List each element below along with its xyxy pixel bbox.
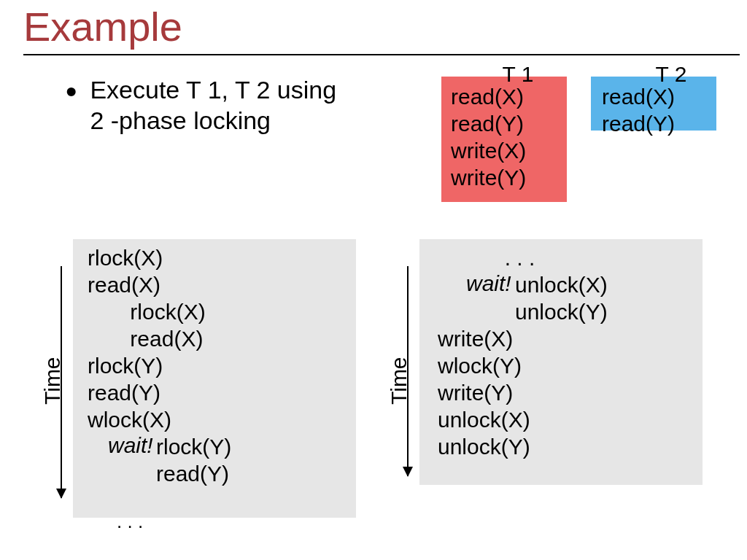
schedule-right-overlay: unlock(X) unlock(Y) (515, 271, 608, 325)
schedule-right-top: . . . (438, 244, 535, 271)
schedule-left-wait: wait! (108, 433, 153, 458)
bullet-item: • Execute T 1, T 2 using 2 -phase lockin… (66, 74, 336, 136)
schedule-left-overlay: rlock(Y) read(Y) (156, 433, 231, 487)
schedule-right-main: write(X) wlock(Y) write(Y) unlock(X) unl… (438, 325, 530, 460)
slide: Example • Execute T 1, T 2 using 2 -phas… (0, 0, 747, 560)
page-title: Example (23, 3, 182, 50)
t1-operations: read(X) read(Y) write(X) write(Y) (451, 83, 526, 191)
time-label-left: Time (40, 357, 65, 405)
time-label-right: Time (387, 357, 411, 405)
title-underline (23, 54, 740, 55)
bullet-line2: 2 -phase locking (90, 106, 271, 134)
schedule-right-wait: wait! (466, 271, 511, 296)
schedule-left-main: rlock(X) read(X) rlock(X) read(X) rlock(… (88, 244, 206, 433)
schedule-left-ellipsis: . . . (117, 510, 143, 533)
bullet-line1: Execute T 1, T 2 using (90, 76, 336, 104)
bullet-dot-icon: • (66, 82, 77, 102)
bullet-text: Execute T 1, T 2 using 2 -phase locking (90, 74, 336, 136)
t2-operations: read(X) read(Y) (602, 83, 675, 137)
